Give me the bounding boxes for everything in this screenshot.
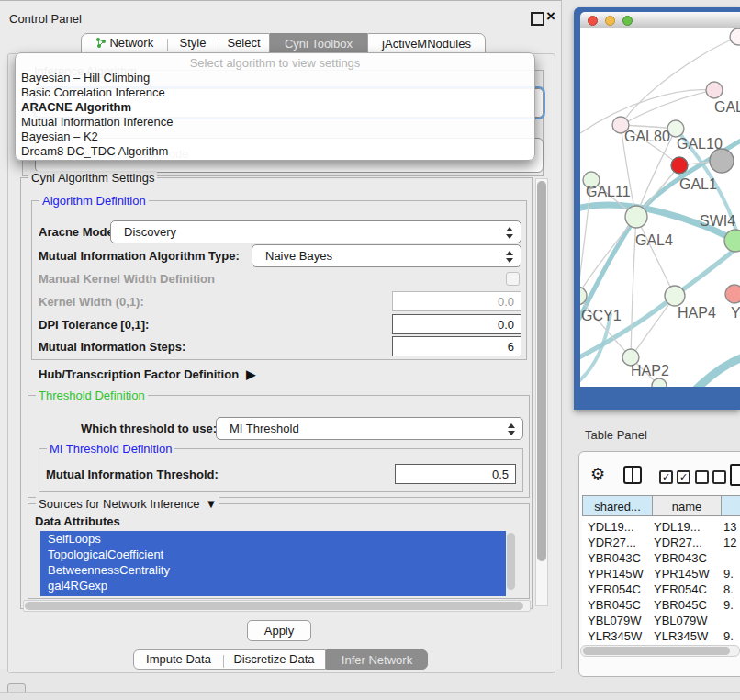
mi-algorithm-type-value: Naive Bayes	[265, 249, 332, 263]
data-attributes-list: SelfLoops TopologicalCoefficient Between…	[40, 531, 506, 596]
cell-name: YDL19...	[654, 519, 718, 535]
tab-infer-network-label: Infer Network	[342, 653, 412, 667]
tab-select[interactable]: Select	[219, 34, 269, 52]
tab-discretize-data[interactable]: Discretize Data	[224, 650, 325, 669]
tab-network[interactable]: Network	[83, 34, 167, 52]
network-node[interactable]	[665, 286, 685, 306]
cell-shared: YPR145W	[588, 566, 652, 581]
network-node[interactable]	[730, 28, 740, 45]
network-node[interactable]	[706, 82, 723, 98]
list-scrollbar-thumb[interactable]	[507, 533, 515, 590]
cell-name: YDR27...	[654, 535, 718, 550]
column-header-name[interactable]: name	[652, 495, 722, 516]
node-label: Y	[731, 305, 740, 321]
list-item[interactable]: SelfLoops	[40, 531, 506, 547]
split-panel-divider	[632, 468, 633, 482]
apply-button[interactable]: Apply	[247, 620, 311, 641]
hub-definition-label: Hub/Transcription Factor Definition	[39, 367, 239, 381]
settings-hscrollbar-thumb[interactable]	[25, 602, 523, 610]
cyni-algorithm-settings-title: Cyni Algorithm Settings	[28, 171, 157, 185]
cell-name: YBR045C	[654, 597, 718, 613]
settings-scrollbar-thumb[interactable]	[537, 181, 546, 561]
checked-pair-icon[interactable]: ✓✓	[659, 469, 690, 484]
checkbox-checked-icon: ✓	[677, 470, 690, 484]
cell-extra: 12	[723, 535, 740, 550]
node-label: HAP4	[678, 305, 716, 321]
manual-kernel-width-label: Manual Kernel Width Definition	[39, 272, 215, 286]
network-graph: GAL GAL80 GAL10 GAL1 GAL11 SWI4 GAL4 GCY…	[580, 28, 740, 387]
dpi-tolerance-field[interactable]: 0.0	[392, 314, 521, 334]
sources-expander[interactable]: Sources for Network Inference▼	[36, 497, 219, 511]
cell-extra: 9.	[723, 566, 740, 581]
split-panel-icon[interactable]	[623, 466, 642, 484]
cell-extra: 8.	[723, 581, 740, 597]
dropdown-item[interactable]: Dream8 DC_TDC Algorithm	[21, 144, 529, 159]
dropdown-item[interactable]: Bayesian – Hill Climbing	[21, 71, 529, 85]
dropdown-item[interactable]: Bayesian – K2	[21, 130, 529, 144]
minimize-traffic-light[interactable]	[605, 16, 615, 26]
tab-jactivemnodules[interactable]: jActiveMNodules	[367, 33, 486, 53]
expander-down-icon: ▼	[206, 497, 218, 511]
dropdown-item[interactable]: Mutual Information Inference	[21, 115, 529, 130]
list-item[interactable]: BetweennessCentrality	[40, 562, 506, 578]
stepper-arrows-icon	[506, 227, 514, 239]
network-node[interactable]	[725, 285, 740, 303]
dropdown-item-list: Bayesian – Hill Climbing Basic Correlati…	[21, 71, 529, 159]
checkbox-checked-icon: ✓	[659, 470, 673, 484]
dpi-tolerance-label: DPI Tolerance [0,1]:	[39, 318, 149, 332]
algorithm-definition-title: Algorithm Definition	[39, 194, 149, 208]
node-label: SWI4	[700, 213, 735, 229]
network-node[interactable]	[652, 378, 667, 387]
manual-kernel-width-checkbox[interactable]	[506, 272, 520, 286]
list-item[interactable]: TopologicalCoefficient	[40, 547, 506, 562]
tab-cyni-toolbox[interactable]: Cyni Toolbox	[270, 33, 367, 53]
edge	[636, 217, 675, 296]
table-hscrollbar-thumb[interactable]	[583, 647, 730, 655]
column-header-extra[interactable]	[721, 495, 740, 516]
gear-icon[interactable]: ⚙	[590, 464, 605, 484]
cell-extra: 13	[723, 519, 740, 535]
checkbox-empty-icon	[695, 470, 709, 484]
dropdown-item-selected[interactable]: ARACNE Algorithm	[21, 100, 529, 115]
document-icon[interactable]	[730, 464, 740, 486]
threshold-definition-title: Threshold Definition	[36, 389, 148, 402]
tab-impute-data[interactable]: Impute Data	[135, 650, 223, 669]
cell-shared: YLR345W	[588, 628, 652, 644]
mi-algorithm-type-label: Mutual Information Algorithm Type:	[39, 249, 240, 263]
network-node[interactable]	[625, 206, 647, 228]
network-node-selected[interactable]	[671, 157, 688, 174]
column-header-shared[interactable]: shared...	[582, 495, 653, 516]
close-traffic-light[interactable]	[588, 16, 598, 26]
tab-infer-network[interactable]: Infer Network	[326, 649, 428, 670]
control-panel-title: Control Panel	[9, 12, 82, 26]
tab-style[interactable]: Style	[168, 34, 219, 52]
mi-steps-field[interactable]: 6	[392, 336, 521, 356]
checkbox-empty-icon	[712, 470, 726, 484]
unchecked-pair-icon[interactable]	[695, 469, 726, 484]
network-canvas[interactable]: GAL GAL80 GAL10 GAL1 GAL11 SWI4 GAL4 GCY…	[580, 28, 740, 387]
cell-name: YLR345W	[654, 628, 718, 644]
tab-discretize-data-label: Discretize Data	[233, 652, 314, 666]
network-node[interactable]	[710, 149, 734, 173]
network-node[interactable]	[724, 230, 740, 252]
list-item[interactable]: gal4RGexp	[40, 578, 506, 593]
table-panel-title: Table Panel	[585, 428, 647, 442]
hub-definition-expander[interactable]: Hub/Transcription Factor Definition▶	[39, 367, 255, 381]
tab-select-label: Select	[227, 36, 260, 50]
cell-name: YER054C	[654, 581, 718, 597]
mi-algorithm-type-combo[interactable]: Naive Bayes	[252, 244, 521, 267]
algorithm-dropdown-popup: Select algorithm to view settings Bayesi…	[15, 52, 535, 161]
mi-threshold-field[interactable]: 0.5	[395, 464, 516, 484]
which-threshold-combo[interactable]: MI Threshold	[216, 417, 523, 440]
cell-shared: YDR27...	[588, 535, 652, 550]
zoom-traffic-light[interactable]	[622, 16, 633, 26]
dropdown-item[interactable]: Basic Correlation Inference	[21, 85, 529, 100]
kernel-width-field[interactable]: 0.0	[392, 291, 521, 311]
tab-network-label: Network	[109, 36, 153, 50]
mi-threshold-label: Mutual Information Threshold:	[46, 468, 219, 481]
aracne-mode-combo[interactable]: Discovery	[110, 220, 521, 243]
table-body: YDL19...YDL19...13 YDR27...YDR27...12 YB…	[582, 517, 740, 645]
cell-shared: YBR045C	[588, 597, 652, 613]
float-window-icon[interactable]	[531, 12, 544, 26]
close-icon[interactable]: ×	[546, 7, 555, 26]
